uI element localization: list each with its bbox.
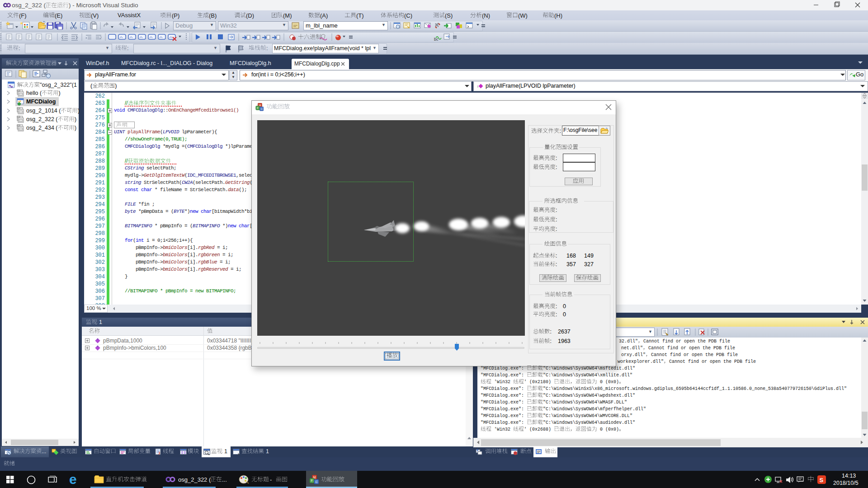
svg-text:F: F: [311, 479, 313, 482]
svg-text:F: F: [257, 107, 259, 109]
svg-text:bc: bc: [434, 37, 439, 42]
svg-text:C: C: [261, 108, 263, 110]
svg-text:e: e: [69, 473, 77, 487]
svg-text:C: C: [316, 480, 318, 483]
svg-text:S: S: [820, 477, 824, 483]
